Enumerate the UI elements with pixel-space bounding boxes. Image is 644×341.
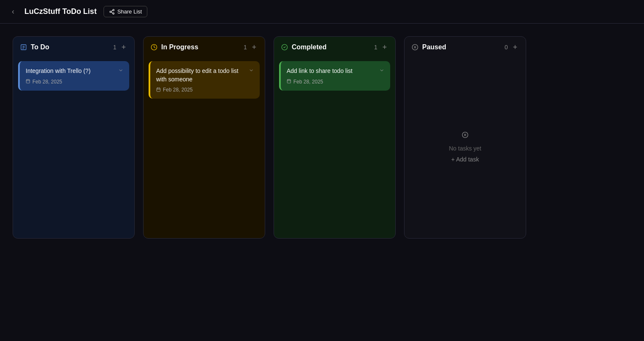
task-card[interactable]: Add possibility to edit a todo list with… [149,61,260,99]
task-date: Feb 28, 2025 [287,79,384,85]
task-card-header: Add possibility to edit a todo list with… [156,67,254,83]
column-title-inprogress: In Progress [161,43,240,51]
column-title-paused: Paused [422,43,501,51]
inprogress-column-icon [150,43,158,51]
calendar-icon [156,87,161,93]
completed-column-icon [281,43,288,51]
paused-column-icon [411,43,419,51]
add-task-button-completed[interactable]: + [381,43,389,52]
calendar-icon [26,79,30,84]
empty-state-text: No tasks yet [449,145,481,152]
calendar-icon [287,79,291,84]
task-date: Feb 28, 2025 [26,79,123,85]
column-header-paused: Paused0+ [404,37,526,58]
add-task-button-paused[interactable]: + [511,43,519,52]
add-task-button-todo[interactable]: + [120,43,128,52]
task-date: Feb 28, 2025 [156,87,254,93]
svg-point-23 [412,44,418,50]
svg-rect-9 [26,80,29,83]
column-header-completed: Completed1+ [274,37,395,58]
back-button[interactable]: ‹ [8,5,18,18]
task-card-header: Add link to share todo list [287,67,384,75]
column-count-todo: 1 [113,44,117,51]
task-expand-chevron[interactable] [379,68,384,74]
task-expand-chevron[interactable] [249,68,254,74]
column-body-todo: Integration with Trello (?)Feb 28, 2025 [13,58,134,238]
column-header-inprogress: In Progress1+ [144,37,265,58]
paused-empty-icon [462,130,468,141]
column-title-completed: Completed [292,43,371,51]
svg-line-3 [111,12,113,13]
app-header: ‹ LuCzStuff ToDo List Share List [0,0,644,24]
column-completed: Completed1+Add link to share todo listFe… [274,36,396,239]
empty-state-paused: No tasks yet+ Add task [410,61,521,231]
column-count-inprogress: 1 [244,44,247,51]
column-todo: To Do1+Integration with Trello (?)Feb 28… [13,36,135,239]
add-task-empty-button[interactable]: + Add task [451,156,479,163]
column-title-todo: To Do [31,43,110,51]
column-body-completed: Add link to share todo listFeb 28, 2025 [274,58,395,238]
svg-point-26 [462,132,468,137]
task-date-text: Feb 28, 2025 [293,79,323,85]
column-count-completed: 1 [374,44,378,51]
task-card[interactable]: Add link to share todo listFeb 28, 2025 [279,61,390,91]
column-inprogress: In Progress1+Add possibility to edit a t… [143,36,265,239]
app-title: LuCzStuff ToDo List [24,7,97,16]
task-expand-chevron[interactable] [118,68,123,74]
svg-rect-14 [157,88,160,91]
svg-rect-19 [287,80,290,83]
task-title: Add possibility to edit a todo list with… [156,67,245,83]
task-date-text: Feb 28, 2025 [32,79,62,85]
kanban-board: To Do1+Integration with Trello (?)Feb 28… [0,24,644,251]
task-card[interactable]: Integration with Trello (?)Feb 28, 2025 [18,61,129,91]
task-title: Add link to share todo list [287,67,376,75]
svg-line-4 [111,10,113,11]
column-header-todo: To Do1+ [13,37,134,58]
share-list-label: Share List [117,8,142,15]
column-count-paused: 0 [505,44,508,51]
share-icon [109,9,115,15]
add-task-button-inprogress[interactable]: + [250,43,258,52]
task-title: Integration with Trello (?) [26,67,115,75]
task-date-text: Feb 28, 2025 [163,87,193,93]
task-card-header: Integration with Trello (?) [26,67,123,75]
column-body-paused: No tasks yet+ Add task [404,58,526,238]
todo-column-icon [20,43,27,51]
share-list-button[interactable]: Share List [104,6,148,17]
column-body-inprogress: Add possibility to edit a todo list with… [144,58,265,238]
column-paused: Paused0+No tasks yet+ Add task [404,36,526,239]
